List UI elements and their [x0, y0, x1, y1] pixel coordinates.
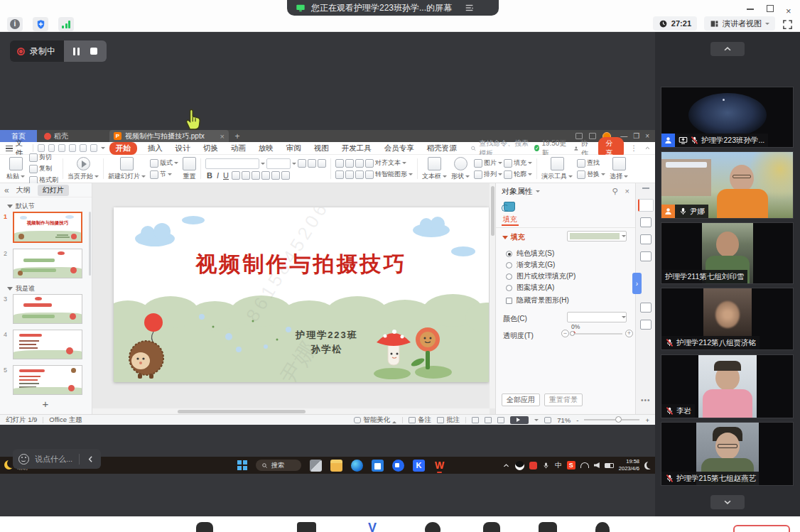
cutoff-action-button[interactable]: [733, 525, 790, 532]
properties-tool-icon[interactable]: [638, 199, 654, 212]
stop-recording-button[interactable]: [90, 48, 97, 55]
pause-recording-button[interactable]: [73, 48, 80, 55]
play-options-icon[interactable]: [534, 419, 539, 423]
justify-icon[interactable]: [365, 170, 374, 179]
menu-tab-docer-res[interactable]: 稻壳资源: [427, 143, 457, 153]
new-tab-button[interactable]: +: [229, 130, 246, 142]
present-tools-button[interactable]: 演示工具: [541, 157, 573, 181]
shrink-font-icon[interactable]: [308, 159, 316, 168]
reset-button[interactable]: 重置: [183, 157, 196, 181]
preview-icon[interactable]: [69, 144, 76, 152]
slide-thumbnail-3[interactable]: [13, 294, 82, 324]
qq-tray-icon[interactable]: [515, 461, 524, 470]
slide-editor[interactable]: 8615845206292 尹娜 视频制作与拍摄技巧 护理学223班 孙学松: [114, 207, 489, 382]
document-tab[interactable]: P 视频制作与拍摄技巧.pptx ×: [109, 130, 229, 142]
minimize-button[interactable]: [746, 4, 755, 13]
print-icon[interactable]: [58, 144, 65, 152]
align-center-icon[interactable]: [345, 170, 354, 179]
toolbar-more-icon[interactable]: [101, 147, 105, 151]
tray-expand-icon[interactable]: [502, 462, 510, 469]
reset-bg-button[interactable]: 重置背景: [544, 393, 583, 406]
menu-tab-member[interactable]: 会员专享: [384, 143, 414, 153]
participant-tile[interactable]: 护理学223班孙学...: [661, 87, 794, 148]
arrange-button[interactable]: 排列: [474, 170, 502, 179]
indent-decrease-icon[interactable]: [355, 159, 364, 168]
participant-tile[interactable]: 护理学211第七组刘印雪: [661, 222, 794, 284]
collapse-ribbon-icon[interactable]: [644, 144, 651, 152]
section-whoami[interactable]: 我是谁: [7, 284, 35, 293]
slide-thumbnail-1[interactable]: 视频制作与拍摄技巧: [13, 212, 82, 243]
transparency-minus[interactable]: −: [561, 330, 569, 337]
play-from-page-button[interactable]: 当页开始: [67, 157, 99, 181]
collapse-panel-button[interactable]: «: [4, 185, 9, 195]
canvas-vscrollbar[interactable]: [490, 183, 495, 408]
transparency-plus[interactable]: +: [625, 330, 633, 337]
align-right-icon[interactable]: [355, 170, 364, 179]
wifi-icon[interactable]: [580, 462, 589, 468]
meeting-app-icon[interactable]: [392, 460, 404, 472]
font-name-box[interactable]: [205, 158, 259, 169]
indent-increase-icon[interactable]: [365, 159, 374, 168]
close-button[interactable]: ×: [786, 4, 794, 13]
sogou-tray-icon[interactable]: S: [567, 461, 575, 469]
menu-tab-transition[interactable]: 切换: [203, 143, 218, 153]
outline-button[interactable]: 轮廓: [504, 170, 532, 179]
menu-tab-design[interactable]: 设计: [175, 143, 190, 153]
menu-tab-animation[interactable]: 动画: [231, 143, 246, 153]
picture-button[interactable]: 图片: [474, 158, 502, 168]
zoom-out-button[interactable]: -: [576, 416, 578, 424]
screen-watch-banner[interactable]: 您正在观看护理学223班孙学...的屏幕: [287, 0, 499, 16]
comments-button[interactable]: 批注: [437, 416, 460, 425]
task-view-icon[interactable]: [310, 460, 322, 472]
tray-app-icon[interactable]: [529, 462, 537, 469]
select-button[interactable]: 选择: [610, 157, 628, 181]
clock-widget[interactable]: 19:582023/4/6: [619, 458, 639, 472]
paste-button[interactable]: 粘贴: [6, 157, 25, 181]
participant-tile[interactable]: 李岩: [661, 354, 794, 418]
zoom-in-button[interactable]: +: [645, 416, 649, 424]
scroll-down-button[interactable]: [710, 495, 745, 509]
add-slide-button[interactable]: +: [0, 398, 91, 412]
outline-tab[interactable]: 大纲: [16, 185, 31, 195]
fullscreen-button[interactable]: [782, 18, 793, 30]
fill-tab[interactable]: 填充: [503, 215, 517, 224]
theme-tool-icon[interactable]: [640, 303, 652, 313]
wps-app-icon[interactable]: W: [433, 460, 445, 472]
underline-button[interactable]: U: [222, 171, 230, 180]
layout-tool-icon[interactable]: [640, 234, 652, 244]
zoom-slider[interactable]: [584, 419, 639, 420]
more-menu-icon[interactable]: ⋮: [630, 144, 638, 152]
expand-panel-arrow[interactable]: ›: [632, 273, 642, 294]
normal-view-icon[interactable]: [472, 417, 479, 423]
network-signal-icon[interactable]: [58, 17, 74, 31]
taskbar-search[interactable]: 搜索: [256, 460, 301, 471]
align-left-icon[interactable]: [335, 170, 344, 179]
color-dropdown[interactable]: [567, 312, 627, 322]
cut-button[interactable]: 剪切: [29, 153, 58, 162]
participant-tile[interactable]: 护理学212第八组贾济铭: [661, 288, 794, 350]
fit-window-icon[interactable]: [544, 417, 551, 423]
apply-all-button[interactable]: 全部应用: [502, 393, 540, 406]
file-explorer-icon[interactable]: [330, 460, 342, 472]
slide-thumbnail-2[interactable]: [13, 249, 82, 278]
collapse-strip-icon[interactable]: [642, 188, 649, 189]
image-tool-icon[interactable]: [640, 251, 652, 261]
to-smartart-button[interactable]: 转智能图形: [375, 170, 413, 179]
strip-more-icon[interactable]: •••: [641, 396, 651, 404]
participant-tile[interactable]: 尹娜: [661, 151, 794, 219]
shapes-button[interactable]: 形状: [451, 157, 470, 181]
new-slide-button[interactable]: 新建幻灯片: [108, 157, 146, 181]
zoom-slider-thumb[interactable]: [615, 416, 622, 423]
save-icon[interactable]: [38, 144, 45, 152]
strikethrough-icon[interactable]: [232, 171, 240, 180]
reading-view-icon[interactable]: [497, 417, 504, 423]
slide-thumbnail-5[interactable]: [13, 365, 82, 395]
radio-pattern-fill[interactable]: 图案填充(A): [506, 283, 554, 293]
chat-placeholder[interactable]: 说点什么...: [35, 454, 72, 465]
transparency-slider[interactable]: [571, 333, 622, 335]
undo-icon[interactable]: [80, 144, 87, 152]
align-text-button[interactable]: 对齐文本: [375, 158, 406, 168]
view-mode-selector[interactable]: 演讲者视图: [704, 16, 775, 31]
replace-button[interactable]: 替换: [577, 170, 605, 179]
banner-menu-icon[interactable]: [465, 3, 475, 13]
